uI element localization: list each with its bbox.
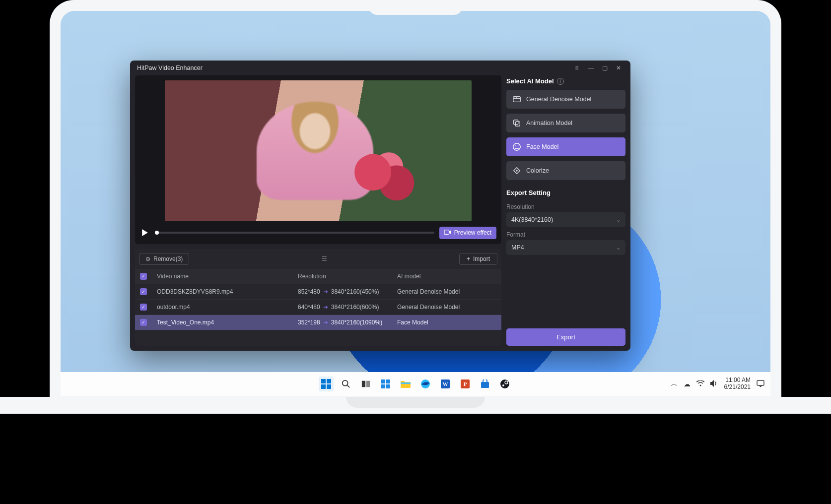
row-name: ODD3DSKZ8DYVS8R9.mp4 xyxy=(157,288,298,295)
format-value: MP4 xyxy=(511,244,524,251)
start-button[interactable] xyxy=(319,377,334,391)
row-resolution: 352*198➜3840*2160(1090%) xyxy=(298,319,397,326)
app-title: HitPaw Video Enhancer xyxy=(137,64,570,71)
resolution-field-label: Resolution xyxy=(506,203,625,210)
select-all-checkbox[interactable]: ✓ xyxy=(140,273,147,280)
svg-point-3 xyxy=(515,97,515,98)
model-label: Face Model xyxy=(526,143,558,150)
menu-icon[interactable]: ≡ xyxy=(570,61,584,75)
svg-rect-23 xyxy=(401,382,411,384)
svg-rect-12 xyxy=(327,379,331,383)
svg-point-4 xyxy=(516,97,516,98)
task-view-icon[interactable] xyxy=(358,377,373,391)
model-icon xyxy=(512,142,521,151)
table-row[interactable]: ✓ODD3DSKZ8DYVS8R9.mp4852*480➜3840*2160(4… xyxy=(135,284,501,299)
table-row[interactable]: ✓Test_Video_One.mp4352*198➜3840*2160(109… xyxy=(135,315,501,330)
search-icon[interactable] xyxy=(339,377,353,391)
svg-text:W: W xyxy=(443,381,448,387)
row-model: General Denoise Model xyxy=(397,288,496,295)
arrow-icon: ➜ xyxy=(323,288,328,295)
svg-rect-17 xyxy=(362,381,365,387)
row-resolution: 852*480➜3840*2160(450%) xyxy=(298,288,397,295)
minimize-button[interactable]: — xyxy=(584,61,598,75)
svg-line-16 xyxy=(347,385,350,388)
export-button[interactable]: Export xyxy=(506,328,625,346)
seek-bar[interactable] xyxy=(155,232,434,234)
video-preview[interactable] xyxy=(165,80,472,221)
svg-rect-21 xyxy=(381,384,385,388)
svg-rect-11 xyxy=(321,379,326,383)
row-model: Face Model xyxy=(397,319,496,326)
svg-rect-13 xyxy=(321,384,326,389)
row-checkbox[interactable]: ✓ xyxy=(140,288,147,295)
row-model: General Denoise Model xyxy=(397,304,496,311)
format-field-label: Format xyxy=(506,231,625,238)
svg-point-30 xyxy=(500,379,509,388)
svg-rect-1 xyxy=(513,97,520,102)
model-option-face-model[interactable]: Face Model xyxy=(506,137,625,156)
svg-rect-14 xyxy=(327,384,331,389)
app-window: HitPaw Video Enhancer ≡ — ▢ ✕ xyxy=(130,61,630,351)
widgets-icon[interactable] xyxy=(378,377,393,391)
row-checkbox[interactable]: ✓ xyxy=(140,304,147,311)
clock-time: 11:00 AM xyxy=(724,377,751,384)
close-button[interactable]: ✕ xyxy=(612,61,625,75)
store-icon[interactable] xyxy=(478,377,492,391)
powerpoint-icon[interactable]: P xyxy=(458,377,473,391)
model-icon xyxy=(512,95,521,104)
video-list-panel: ⊖ Remove(3) ☰ + Import ✓ Video name xyxy=(135,249,501,346)
resolution-select[interactable]: 4K(3840*2160) ⌄ xyxy=(506,212,625,227)
laptop-base xyxy=(0,397,831,414)
svg-rect-19 xyxy=(381,379,385,383)
model-option-animation-model[interactable]: Animation Model xyxy=(506,114,625,132)
chevron-up-icon[interactable]: ︿ xyxy=(671,379,678,388)
remove-button[interactable]: ⊖ Remove(3) xyxy=(139,253,189,265)
chevron-down-icon: ⌄ xyxy=(616,217,621,223)
svg-point-15 xyxy=(343,380,348,386)
svg-text:P: P xyxy=(464,381,467,387)
remove-label: Remove(3) xyxy=(153,255,183,262)
model-icon xyxy=(512,119,521,127)
resolution-value: 4K(3840*2160) xyxy=(511,216,553,223)
wifi-icon[interactable] xyxy=(696,380,704,388)
svg-rect-34 xyxy=(757,380,764,385)
explorer-icon[interactable] xyxy=(398,377,413,391)
model-icon xyxy=(512,166,521,175)
preview-effect-label: Preview effect xyxy=(454,229,491,236)
ai-model-heading: Select AI Model i xyxy=(506,77,625,85)
row-name: Test_Video_One.mp4 xyxy=(157,319,298,326)
steam-icon[interactable] xyxy=(497,377,512,391)
info-icon[interactable]: i xyxy=(557,78,564,85)
row-checkbox[interactable]: ✓ xyxy=(140,319,147,326)
maximize-button[interactable]: ▢ xyxy=(598,61,612,75)
col-name: Video name xyxy=(157,273,298,280)
model-option-colorize[interactable]: Colorize xyxy=(506,161,625,180)
titlebar[interactable]: HitPaw Video Enhancer ≡ — ▢ ✕ xyxy=(130,61,630,75)
model-option-general-denoise-model[interactable]: General Denoise Model xyxy=(506,90,625,109)
format-select[interactable]: MP4 ⌄ xyxy=(506,240,625,255)
play-button[interactable] xyxy=(140,229,150,236)
desktop-screen: HitPaw Video Enhancer ≡ — ▢ ✕ xyxy=(61,11,770,396)
system-clock[interactable]: 11:00 AM 6/21/2021 xyxy=(724,377,751,391)
svg-point-32 xyxy=(502,384,504,386)
preview-effect-button[interactable]: Preview effect xyxy=(439,227,496,239)
arrow-icon: ➜ xyxy=(323,319,328,326)
model-label: General Denoise Model xyxy=(526,96,591,103)
word-icon[interactable]: W xyxy=(438,377,453,391)
row-resolution: 640*480➜3840*2160(600%) xyxy=(298,304,397,311)
windows-taskbar[interactable]: W P ︿ ☁ xyxy=(61,372,770,396)
edge-icon[interactable] xyxy=(418,377,433,391)
clock-date: 6/21/2021 xyxy=(724,384,751,391)
svg-point-8 xyxy=(515,145,516,146)
laptop-notch xyxy=(368,0,463,15)
list-icon[interactable]: ☰ xyxy=(194,255,454,262)
svg-point-10 xyxy=(516,170,518,172)
import-button[interactable]: + Import xyxy=(459,253,497,265)
notifications-icon[interactable] xyxy=(757,380,764,388)
table-row[interactable]: ✓outdoor.mp4640*480➜3840*2160(600%)Gener… xyxy=(135,299,501,315)
minus-circle-icon: ⊖ xyxy=(145,255,150,262)
svg-rect-29 xyxy=(481,382,489,388)
onedrive-icon[interactable]: ☁ xyxy=(684,380,691,388)
volume-icon[interactable] xyxy=(710,380,718,388)
svg-rect-20 xyxy=(386,379,390,383)
